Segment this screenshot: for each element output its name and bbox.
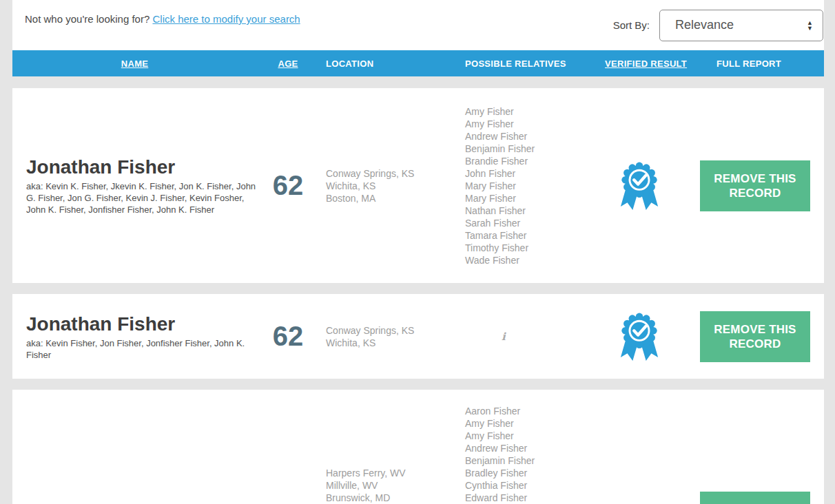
record-action-cell: REMOVE THIS RECORD bbox=[674, 390, 823, 504]
record-verified-cell bbox=[605, 311, 674, 363]
relative-item: John Fisher bbox=[465, 167, 605, 180]
relative-item: Wade Fisher bbox=[465, 254, 605, 266]
relative-item: Andrew Fisher bbox=[465, 130, 605, 143]
record-action-cell: REMOVE THIS RECORD bbox=[674, 160, 823, 211]
record-name-cell: Jonathan Fisher aka: Kevin Fisher, Jon F… bbox=[26, 313, 257, 361]
no-relatives-info-icon[interactable]: i bbox=[465, 330, 506, 343]
person-aka-names: aka: Kevin K. Fisher, Jkevin K. Fisher, … bbox=[26, 180, 257, 216]
relative-item: Benjamin Fisher bbox=[465, 143, 605, 155]
location-item: Wichita, KS bbox=[326, 180, 457, 192]
location-list: Conway Springs, KSWichita, KS bbox=[326, 324, 457, 349]
location-item: Conway Springs, KS bbox=[326, 324, 457, 337]
location-item: Wichita, KS bbox=[326, 337, 457, 349]
remove-record-button[interactable]: REMOVE THIS RECORD bbox=[700, 160, 810, 211]
sort-by-label: Sort By: bbox=[613, 19, 650, 31]
column-header-age[interactable]: AGE bbox=[257, 59, 319, 69]
refine-search-text: Not who you're looking for? Click here t… bbox=[25, 13, 300, 25]
record-age-cell: 62 bbox=[257, 170, 319, 201]
sort-by-select[interactable]: Relevance ▲ ▼ bbox=[659, 10, 823, 41]
results-list: Jonathan Fisher aka: Kevin K. Fisher, Jk… bbox=[12, 88, 824, 504]
person-name: Jonathan Fisher bbox=[26, 156, 257, 179]
verified-badge-icon bbox=[618, 311, 661, 363]
person-aka-names: aka: Kevin Fisher, Jon Fisher, Jonfisher… bbox=[26, 337, 257, 361]
record-location-cell: Harpers Ferry, WVMillville, WVBrunswick,… bbox=[319, 390, 457, 504]
column-header-report[interactable]: FULL REPORT bbox=[674, 59, 824, 69]
relative-item: Cynthia Fisher bbox=[465, 479, 605, 492]
record-row: Jonathan Fisher aka: Kevin K. Fisher, Jk… bbox=[12, 88, 824, 283]
record-age-cell: 62 bbox=[257, 321, 319, 352]
column-header-location[interactable]: LOCATION bbox=[319, 59, 457, 69]
relative-item: Aaron Fisher bbox=[465, 405, 605, 417]
relative-item: Edward Fisher bbox=[465, 492, 605, 504]
record-verified-cell bbox=[605, 160, 674, 212]
location-item: Brunswick, MD bbox=[326, 492, 457, 504]
location-item: Conway Springs, KS bbox=[326, 167, 457, 180]
record-row: Harpers Ferry, WVMillville, WVBrunswick,… bbox=[12, 390, 824, 504]
relative-item: Bradley Fisher bbox=[465, 467, 605, 479]
relative-item: Timothy Fisher bbox=[465, 242, 605, 254]
relative-item: Amy Fisher bbox=[465, 118, 605, 130]
verified-badge-icon bbox=[618, 160, 661, 212]
relatives-list: Amy FisherAmy FisherAndrew FisherBenjami… bbox=[465, 105, 605, 266]
record-location-cell: Conway Springs, KSWichita, KSBoston, MA bbox=[319, 167, 457, 204]
sort-by-value: Relevance bbox=[675, 18, 734, 32]
location-item: Boston, MA bbox=[326, 192, 457, 204]
person-age: 62 bbox=[273, 321, 304, 351]
record-name-cell bbox=[26, 390, 257, 391]
relative-item: Benjamin Fisher bbox=[465, 454, 605, 467]
relative-item: Amy Fisher bbox=[465, 417, 605, 430]
relative-item: Amy Fisher bbox=[465, 430, 605, 442]
relative-item: Mary Fisher bbox=[465, 180, 605, 192]
relative-item: Amy Fisher bbox=[465, 105, 605, 118]
relative-item: Sarah Fisher bbox=[465, 217, 605, 229]
relative-item: Andrew Fisher bbox=[465, 442, 605, 454]
person-name: Jonathan Fisher bbox=[26, 313, 257, 336]
location-item: Millville, WV bbox=[326, 479, 457, 492]
record-relatives-cell: Aaron FisherAmy FisherAmy FisherAndrew F… bbox=[457, 390, 605, 504]
not-looking-text: Not who you're looking for? bbox=[25, 13, 152, 25]
relative-item: Mary Fisher bbox=[465, 192, 605, 204]
select-spinner-icon: ▲ ▼ bbox=[807, 20, 813, 31]
record-row: Jonathan Fisher aka: Kevin Fisher, Jon F… bbox=[12, 294, 824, 379]
location-list: Harpers Ferry, WVMillville, WVBrunswick,… bbox=[326, 467, 457, 504]
relatives-list: Aaron FisherAmy FisherAmy FisherAndrew F… bbox=[465, 405, 605, 504]
record-name-cell: Jonathan Fisher aka: Kevin K. Fisher, Jk… bbox=[26, 156, 257, 216]
record-relatives-cell: i bbox=[457, 330, 605, 343]
record-action-cell: REMOVE THIS RECORD bbox=[674, 311, 823, 362]
remove-record-button[interactable]: REMOVE THIS RECORD bbox=[700, 311, 810, 362]
column-header-verified[interactable]: VERIFIED RESULT bbox=[605, 59, 674, 69]
results-table-header: NAME AGE LOCATION POSSIBLE RELATIVES VER… bbox=[12, 50, 824, 76]
relative-item: Nathan Fisher bbox=[465, 204, 605, 217]
relative-item: Tamara Fisher bbox=[465, 229, 605, 242]
sort-by-group: Sort By: Relevance ▲ ▼ bbox=[613, 10, 823, 41]
remove-record-button[interactable]: REMOVE THIS RECORD bbox=[700, 492, 810, 504]
location-item: Harpers Ferry, WV bbox=[326, 467, 457, 479]
relative-item: Brandie Fisher bbox=[465, 155, 605, 167]
modify-search-link[interactable]: Click here to modify your search bbox=[152, 13, 300, 25]
search-refine-bar: Not who you're looking for? Click here t… bbox=[12, 0, 824, 50]
record-relatives-cell: Amy FisherAmy FisherAndrew FisherBenjami… bbox=[457, 105, 605, 266]
person-age: 62 bbox=[273, 170, 304, 200]
location-list: Conway Springs, KSWichita, KSBoston, MA bbox=[326, 167, 457, 204]
column-header-relatives[interactable]: POSSIBLE RELATIVES bbox=[457, 59, 605, 69]
record-location-cell: Conway Springs, KSWichita, KS bbox=[319, 324, 457, 349]
column-header-name[interactable]: NAME bbox=[12, 59, 257, 69]
